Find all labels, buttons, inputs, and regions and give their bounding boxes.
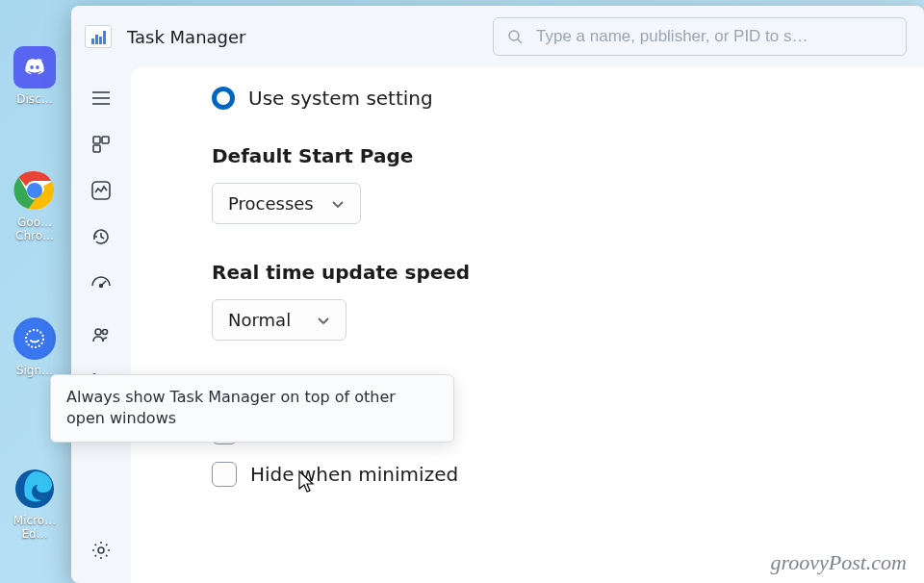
sidebar: [71, 67, 131, 583]
svg-rect-12: [93, 145, 100, 152]
hide-when-minimized-row[interactable]: Hide when minimized: [212, 462, 924, 487]
cursor-icon: [297, 469, 317, 494]
desktop-icon-discord[interactable]: Disc…: [6, 46, 64, 106]
desktop-icon-label: Goo… Chro…: [6, 215, 64, 242]
nav-performance[interactable]: [82, 171, 120, 210]
discord-icon: [13, 46, 56, 89]
desktop-icon-chrome[interactable]: Goo… Chro…: [6, 169, 64, 242]
chrome-icon: [13, 169, 56, 212]
nav-startup[interactable]: [82, 264, 120, 302]
nav-processes[interactable]: [82, 125, 120, 164]
svg-point-3: [26, 330, 43, 347]
svg-line-6: [518, 39, 522, 43]
radio-selected-icon: [212, 87, 235, 110]
search-icon: [507, 29, 523, 44]
settings-content: Use system setting Default Start Page Pr…: [131, 67, 924, 583]
svg-point-16: [95, 329, 101, 335]
radio-label: Use system setting: [248, 87, 433, 110]
svg-point-15: [100, 285, 103, 288]
svg-point-17: [103, 330, 108, 335]
tooltip: Always show Task Manager on top of other…: [50, 374, 454, 443]
checkbox-unchecked[interactable]: [212, 462, 237, 487]
search-box[interactable]: [493, 17, 907, 56]
svg-rect-10: [93, 137, 100, 143]
start-page-dropdown[interactable]: Processes: [212, 183, 361, 224]
nav-history[interactable]: [82, 217, 120, 256]
check-label: Hide when minimized: [250, 463, 458, 486]
chevron-down-icon: [331, 199, 345, 209]
start-page-section: Default Start Page Processes: [212, 144, 924, 224]
theme-radio-row[interactable]: Use system setting: [212, 87, 924, 110]
hamburger-button[interactable]: [82, 79, 120, 117]
update-speed-dropdown[interactable]: Normal: [212, 299, 346, 341]
titlebar: Task Manager: [71, 6, 924, 67]
watermark: groovyPost.com: [770, 550, 907, 575]
search-input[interactable]: [536, 27, 892, 46]
signal-icon: [13, 317, 56, 360]
nav-users[interactable]: [82, 316, 120, 354]
nav-settings[interactable]: [82, 531, 120, 570]
update-speed-heading: Real time update speed: [212, 261, 924, 284]
desktop-icon-label: Micro… Ed…: [6, 514, 64, 541]
svg-rect-11: [102, 137, 109, 143]
task-manager-window: Task Manager: [71, 6, 924, 583]
update-speed-section: Real time update speed Normal: [212, 261, 924, 341]
desktop-icon-edge[interactable]: Micro… Ed…: [6, 468, 64, 541]
svg-point-24: [98, 547, 104, 553]
svg-point-5: [509, 31, 519, 40]
start-page-heading: Default Start Page: [212, 144, 924, 167]
edge-icon: [13, 468, 56, 510]
window-title: Task Manager: [127, 27, 245, 47]
app-icon: [85, 25, 112, 48]
dropdown-value: Processes: [228, 193, 314, 214]
dropdown-value: Normal: [228, 310, 291, 330]
desktop-icon-label: Disc…: [6, 92, 64, 106]
desktop-icon-signal[interactable]: Sign…: [6, 317, 64, 377]
chevron-down-icon: [317, 316, 330, 325]
